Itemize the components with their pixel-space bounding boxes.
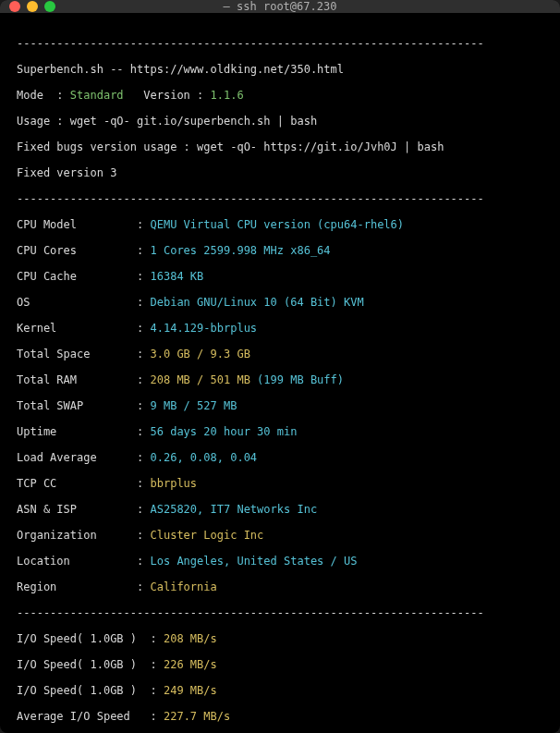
terminal-window: — ssh root@67.230 ----------------------… <box>0 0 560 733</box>
sysinfo-row: ASN & ISP : AS25820, IT7 Networks Inc <box>17 503 543 516</box>
terminal-content[interactable]: ----------------------------------------… <box>0 13 560 733</box>
sep-line: ----------------------------------------… <box>17 606 543 619</box>
minimize-icon[interactable] <box>27 1 38 12</box>
io-block: I/O Speed( 1.0GB ) : 208 MB/s I/O Speed(… <box>17 632 543 723</box>
io-row: Average I/O Speed : 227.7 MB/s <box>17 710 543 723</box>
sysinfo-row: Organization : Cluster Logic Inc <box>17 529 543 542</box>
fixed-bugs-line: Fixed bugs version usage : wget -qO- htt… <box>17 140 543 153</box>
sysinfo-row: Location : Los Angeles, United States / … <box>17 555 543 568</box>
traffic-lights <box>9 1 55 12</box>
mode-line: Mode : Standard Version : 1.1.6 <box>17 89 543 102</box>
io-row: I/O Speed( 1.0GB ) : 249 MB/s <box>17 684 543 697</box>
sysinfo-row: OS : Debian GNU/Linux 10 (64 Bit) KVM <box>17 296 543 309</box>
sysinfo-row: Load Average : 0.26, 0.08, 0.04 <box>17 451 543 464</box>
sysinfo-row: Total RAM : 208 MB / 501 MB (199 MB Buff… <box>17 373 543 386</box>
sysinfo-row: Total Space : 3.0 GB / 9.3 GB <box>17 348 543 360</box>
fixed-version-line: Fixed version 3 <box>17 166 543 179</box>
zoom-icon[interactable] <box>44 1 55 12</box>
usage-line: Usage : wget -qO- git.io/superbench.sh |… <box>17 115 543 128</box>
sysinfo-row: Uptime : 56 days 20 hour 30 min <box>17 425 543 438</box>
sep-line: ----------------------------------------… <box>17 37 543 50</box>
window-title: — ssh root@67.230 <box>224 0 337 14</box>
io-row: I/O Speed( 1.0GB ) : 208 MB/s <box>17 632 543 645</box>
sysinfo-row: Region : California <box>17 580 543 593</box>
sysinfo-row: CPU Cache : 16384 KB <box>17 270 543 283</box>
sysinfo-row: CPU Cores : 1 Cores 2599.998 MHz x86_64 <box>17 244 543 257</box>
sysinfo-row: Kernel : 4.14.129-bbrplus <box>17 322 543 335</box>
close-icon[interactable] <box>9 1 20 12</box>
sysinfo-row: Total SWAP : 9 MB / 527 MB <box>17 399 543 412</box>
sysinfo-block: CPU Model : QEMU Virtual CPU version (cp… <box>17 218 543 593</box>
io-row: I/O Speed( 1.0GB ) : 226 MB/s <box>17 658 543 671</box>
bench-title: Superbench.sh -- https://www.oldking.net… <box>17 63 543 76</box>
sysinfo-row: TCP CC : bbrplus <box>17 477 543 490</box>
sep-line: ----------------------------------------… <box>17 192 543 205</box>
titlebar: — ssh root@67.230 <box>0 0 560 13</box>
sysinfo-row: CPU Model : QEMU Virtual CPU version (cp… <box>17 218 543 231</box>
